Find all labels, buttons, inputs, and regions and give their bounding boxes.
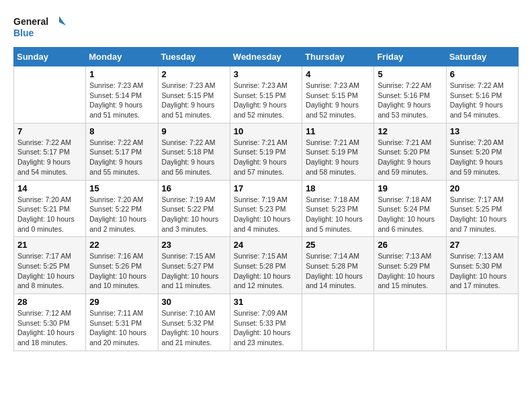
cell-info: Sunrise: 7:20 AMSunset: 5:20 PMDaylight:… bbox=[450, 138, 515, 177]
cell-info: Sunrise: 7:14 AMSunset: 5:28 PMDaylight:… bbox=[306, 251, 370, 291]
weekday-header-tuesday: Tuesday bbox=[158, 48, 230, 66]
week-row-2: 7Sunrise: 7:22 AMSunset: 5:17 PMDaylight… bbox=[14, 123, 519, 180]
calendar-body: 1Sunrise: 7:23 AMSunset: 5:14 PMDaylight… bbox=[14, 66, 519, 351]
weekday-header-wednesday: Wednesday bbox=[230, 48, 302, 66]
calendar-cell: 25Sunrise: 7:14 AMSunset: 5:28 PMDayligh… bbox=[302, 237, 374, 294]
day-number: 5 bbox=[378, 69, 442, 79]
cell-info: Sunrise: 7:10 AMSunset: 5:32 PMDaylight:… bbox=[162, 308, 226, 348]
week-row-1: 1Sunrise: 7:23 AMSunset: 5:14 PMDaylight… bbox=[14, 66, 519, 124]
calendar-cell: 20Sunrise: 7:17 AMSunset: 5:25 PMDayligh… bbox=[446, 180, 518, 237]
calendar-cell: 2Sunrise: 7:23 AMSunset: 5:15 PMDaylight… bbox=[158, 66, 230, 124]
calendar-cell: 26Sunrise: 7:13 AMSunset: 5:29 PMDayligh… bbox=[374, 237, 446, 294]
cell-info: Sunrise: 7:17 AMSunset: 5:25 PMDaylight:… bbox=[450, 195, 515, 234]
logo: General Blue bbox=[13, 13, 67, 40]
logo-svg: General Blue bbox=[13, 13, 67, 40]
day-number: 15 bbox=[89, 183, 154, 193]
day-number: 1 bbox=[89, 69, 154, 79]
day-number: 8 bbox=[89, 126, 154, 136]
calendar-cell: 11Sunrise: 7:21 AMSunset: 5:19 PMDayligh… bbox=[302, 123, 374, 180]
cell-info: Sunrise: 7:20 AMSunset: 5:22 PMDaylight:… bbox=[89, 195, 154, 234]
calendar-cell: 5Sunrise: 7:22 AMSunset: 5:16 PMDaylight… bbox=[374, 66, 446, 124]
day-number: 28 bbox=[17, 297, 82, 307]
day-number: 22 bbox=[89, 240, 154, 250]
day-number: 31 bbox=[234, 297, 298, 307]
day-number: 20 bbox=[450, 183, 515, 193]
cell-info: Sunrise: 7:16 AMSunset: 5:26 PMDaylight:… bbox=[89, 251, 154, 291]
calendar-cell: 22Sunrise: 7:16 AMSunset: 5:26 PMDayligh… bbox=[86, 237, 158, 294]
cell-info: Sunrise: 7:22 AMSunset: 5:17 PMDaylight:… bbox=[89, 138, 154, 177]
cell-info: Sunrise: 7:13 AMSunset: 5:29 PMDaylight:… bbox=[378, 251, 442, 291]
day-number: 21 bbox=[17, 240, 82, 250]
weekday-header-saturday: Saturday bbox=[446, 48, 518, 66]
calendar-cell: 13Sunrise: 7:20 AMSunset: 5:20 PMDayligh… bbox=[446, 123, 518, 180]
day-number: 30 bbox=[162, 297, 226, 307]
calendar-cell: 18Sunrise: 7:18 AMSunset: 5:23 PMDayligh… bbox=[302, 180, 374, 237]
cell-info: Sunrise: 7:22 AMSunset: 5:18 PMDaylight:… bbox=[162, 138, 226, 177]
day-number: 10 bbox=[234, 126, 298, 136]
calendar-cell: 31Sunrise: 7:09 AMSunset: 5:33 PMDayligh… bbox=[230, 294, 302, 351]
day-number: 6 bbox=[450, 69, 515, 79]
calendar-cell: 12Sunrise: 7:21 AMSunset: 5:20 PMDayligh… bbox=[374, 123, 446, 180]
svg-text:General: General bbox=[13, 16, 48, 27]
cell-info: Sunrise: 7:23 AMSunset: 5:15 PMDaylight:… bbox=[162, 81, 226, 120]
weekday-header-row: SundayMondayTuesdayWednesdayThursdayFrid… bbox=[14, 48, 519, 66]
cell-info: Sunrise: 7:23 AMSunset: 5:14 PMDaylight:… bbox=[89, 81, 154, 120]
calendar-cell: 17Sunrise: 7:19 AMSunset: 5:23 PMDayligh… bbox=[230, 180, 302, 237]
day-number: 16 bbox=[162, 183, 226, 193]
cell-info: Sunrise: 7:15 AMSunset: 5:27 PMDaylight:… bbox=[162, 251, 226, 291]
cell-info: Sunrise: 7:21 AMSunset: 5:19 PMDaylight:… bbox=[234, 138, 298, 177]
cell-info: Sunrise: 7:11 AMSunset: 5:31 PMDaylight:… bbox=[89, 308, 154, 348]
calendar-cell: 7Sunrise: 7:22 AMSunset: 5:17 PMDaylight… bbox=[14, 123, 86, 180]
calendar-cell: 8Sunrise: 7:22 AMSunset: 5:17 PMDaylight… bbox=[86, 123, 158, 180]
calendar-cell: 21Sunrise: 7:17 AMSunset: 5:25 PMDayligh… bbox=[14, 237, 86, 294]
cell-info: Sunrise: 7:13 AMSunset: 5:30 PMDaylight:… bbox=[450, 251, 515, 291]
cell-info: Sunrise: 7:22 AMSunset: 5:17 PMDaylight:… bbox=[17, 138, 82, 177]
calendar-cell: 15Sunrise: 7:20 AMSunset: 5:22 PMDayligh… bbox=[86, 180, 158, 237]
calendar-cell bbox=[374, 294, 446, 351]
calendar-cell: 30Sunrise: 7:10 AMSunset: 5:32 PMDayligh… bbox=[158, 294, 230, 351]
day-number: 25 bbox=[306, 240, 370, 250]
cell-info: Sunrise: 7:20 AMSunset: 5:21 PMDaylight:… bbox=[17, 195, 82, 234]
calendar-cell: 24Sunrise: 7:15 AMSunset: 5:28 PMDayligh… bbox=[230, 237, 302, 294]
day-number: 19 bbox=[378, 183, 442, 193]
svg-text:Blue: Blue bbox=[13, 28, 34, 38]
calendar-cell: 28Sunrise: 7:12 AMSunset: 5:30 PMDayligh… bbox=[14, 294, 86, 351]
day-number: 24 bbox=[234, 240, 298, 250]
cell-info: Sunrise: 7:17 AMSunset: 5:25 PMDaylight:… bbox=[17, 251, 82, 291]
calendar-table: SundayMondayTuesdayWednesdayThursdayFrid… bbox=[13, 47, 519, 351]
day-number: 17 bbox=[234, 183, 298, 193]
cell-info: Sunrise: 7:22 AMSunset: 5:16 PMDaylight:… bbox=[378, 81, 442, 120]
cell-info: Sunrise: 7:12 AMSunset: 5:30 PMDaylight:… bbox=[17, 308, 82, 348]
calendar-cell: 3Sunrise: 7:23 AMSunset: 5:15 PMDaylight… bbox=[230, 66, 302, 124]
weekday-header-thursday: Thursday bbox=[302, 48, 374, 66]
weekday-header-monday: Monday bbox=[86, 48, 158, 66]
day-number: 12 bbox=[378, 126, 442, 136]
calendar-cell bbox=[14, 66, 86, 124]
day-number: 4 bbox=[306, 69, 370, 79]
calendar-cell: 1Sunrise: 7:23 AMSunset: 5:14 PMDaylight… bbox=[86, 66, 158, 124]
day-number: 13 bbox=[450, 126, 515, 136]
cell-info: Sunrise: 7:19 AMSunset: 5:23 PMDaylight:… bbox=[234, 195, 298, 234]
cell-info: Sunrise: 7:18 AMSunset: 5:23 PMDaylight:… bbox=[306, 195, 370, 234]
calendar-cell: 14Sunrise: 7:20 AMSunset: 5:21 PMDayligh… bbox=[14, 180, 86, 237]
calendar-cell bbox=[302, 294, 374, 351]
cell-info: Sunrise: 7:15 AMSunset: 5:28 PMDaylight:… bbox=[234, 251, 298, 291]
weekday-header-sunday: Sunday bbox=[14, 48, 86, 66]
cell-info: Sunrise: 7:22 AMSunset: 5:16 PMDaylight:… bbox=[450, 81, 515, 120]
day-number: 2 bbox=[162, 69, 226, 79]
cell-info: Sunrise: 7:09 AMSunset: 5:33 PMDaylight:… bbox=[234, 308, 298, 348]
calendar-cell: 19Sunrise: 7:18 AMSunset: 5:24 PMDayligh… bbox=[374, 180, 446, 237]
day-number: 3 bbox=[234, 69, 298, 79]
week-row-4: 21Sunrise: 7:17 AMSunset: 5:25 PMDayligh… bbox=[14, 237, 519, 294]
page-header: General Blue bbox=[13, 13, 519, 40]
day-number: 9 bbox=[162, 126, 226, 136]
calendar-cell: 6Sunrise: 7:22 AMSunset: 5:16 PMDaylight… bbox=[446, 66, 518, 124]
cell-info: Sunrise: 7:21 AMSunset: 5:19 PMDaylight:… bbox=[306, 138, 370, 177]
day-number: 27 bbox=[450, 240, 515, 250]
calendar-cell: 29Sunrise: 7:11 AMSunset: 5:31 PMDayligh… bbox=[86, 294, 158, 351]
week-row-3: 14Sunrise: 7:20 AMSunset: 5:21 PMDayligh… bbox=[14, 180, 519, 237]
day-number: 26 bbox=[378, 240, 442, 250]
day-number: 14 bbox=[17, 183, 82, 193]
weekday-header-friday: Friday bbox=[374, 48, 446, 66]
day-number: 29 bbox=[89, 297, 154, 307]
